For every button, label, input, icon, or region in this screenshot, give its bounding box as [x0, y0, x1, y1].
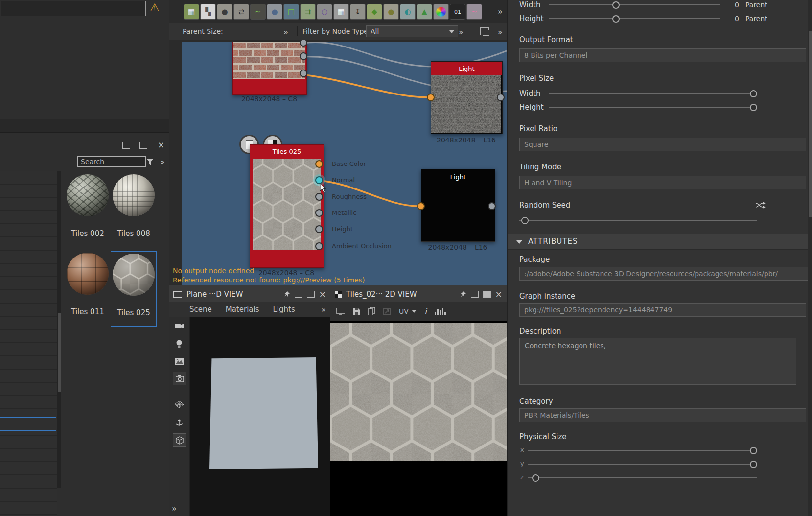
spline-node-icon[interactable]: ~: [466, 4, 482, 20]
tabs-more-icon[interactable]: »: [321, 305, 325, 314]
directional-warp-node-icon[interactable]: ⇉: [300, 4, 316, 20]
random-seed-slider[interactable]: [519, 216, 757, 224]
slider-track[interactable]: [528, 477, 757, 478]
output-dot[interactable]: [300, 70, 307, 77]
roughness-output-dot[interactable]: [315, 193, 323, 201]
save-icon[interactable]: [353, 308, 360, 315]
light-node-1[interactable]: Light: [431, 61, 503, 134]
environment-image-icon[interactable]: [173, 355, 186, 368]
view3d-viewport[interactable]: [189, 317, 330, 516]
physical-x-slider[interactable]: [528, 446, 757, 454]
close-window-icon[interactable]: ×: [495, 291, 502, 298]
fill-node-icon[interactable]: ◆: [367, 4, 382, 20]
close-panel-icon[interactable]: ×: [158, 141, 164, 148]
scrollbar-thumb[interactable]: [809, 31, 812, 217]
toolbar-more-icon[interactable]: »: [498, 7, 502, 16]
float-panel-icon[interactable]: [122, 142, 130, 149]
tab-materials[interactable]: Materials: [226, 305, 259, 314]
expression-input[interactable]: [1, 1, 146, 16]
close-window-icon[interactable]: ×: [319, 291, 326, 298]
output-dot[interactable]: [488, 202, 496, 210]
maximize-panel-icon[interactable]: [139, 142, 147, 149]
tiles-025-node[interactable]: Tiles 025: [250, 144, 324, 268]
display-settings-icon[interactable]: [336, 308, 345, 315]
view3d-toolbar-more-icon[interactable]: »: [172, 504, 176, 513]
input-dot[interactable]: [417, 202, 425, 210]
uniform-color-node-icon[interactable]: ●: [383, 4, 399, 20]
brick-material-node[interactable]: [232, 42, 307, 95]
material-sphere[interactable]: [113, 254, 155, 296]
slider-handle[interactable]: [532, 474, 539, 482]
pixel-ratio-field[interactable]: Square: [519, 138, 806, 151]
output-dot[interactable]: [300, 52, 307, 60]
blend-node-icon[interactable]: ●: [217, 4, 232, 20]
category-field[interactable]: PBR Materials/Tiles: [519, 408, 806, 422]
material-sphere[interactable]: [67, 253, 109, 295]
base-color-output-dot[interactable]: [315, 160, 323, 168]
pin-icon[interactable]: [283, 291, 290, 298]
slider-track[interactable]: [519, 220, 757, 221]
shape-node-icon[interactable]: ○: [317, 4, 332, 20]
texture-2d-image[interactable]: [330, 323, 507, 461]
height-slider[interactable]: [549, 15, 720, 23]
float-window-icon[interactable]: [295, 291, 302, 298]
sphere-node-icon[interactable]: ◐: [400, 4, 416, 20]
slider-handle[interactable]: [750, 90, 757, 97]
uv-space-dropdown[interactable]: UV: [399, 307, 417, 315]
slider-handle[interactable]: [750, 104, 757, 111]
graph-toolbar-more-icon[interactable]: »: [498, 27, 502, 37]
attributes-section-header[interactable]: ATTRIBUTES: [508, 234, 808, 250]
material-sphere[interactable]: [113, 174, 155, 216]
view2d-header[interactable]: Tiles_02··· 2D VIEW ×: [330, 286, 507, 302]
slider-handle[interactable]: [750, 447, 757, 454]
graph-view[interactable]: 2048x2048 – C8 Light 2048x2048 – L16 Til…: [169, 40, 507, 285]
histogram-icon[interactable]: [435, 308, 446, 315]
arrange-nodes-icon[interactable]: [480, 27, 489, 35]
slider-track[interactable]: [549, 18, 720, 19]
slider-track[interactable]: [549, 4, 720, 5]
bitmap-node-icon[interactable]: ▦: [184, 4, 199, 20]
pixel-height-slider[interactable]: [549, 103, 757, 111]
slider-track[interactable]: [549, 93, 757, 94]
explorer-scrollbar[interactable]: [57, 171, 61, 488]
pin-icon[interactable]: [460, 291, 466, 298]
slider-track[interactable]: [528, 464, 757, 465]
height-output-dot[interactable]: [315, 225, 323, 233]
filter-icon[interactable]: [146, 159, 154, 165]
tiling-mode-field[interactable]: H and V Tiling: [519, 176, 806, 189]
filter-more-icon[interactable]: »: [459, 27, 463, 37]
pixel-width-slider[interactable]: [549, 90, 757, 97]
float-window-icon[interactable]: [471, 291, 479, 298]
material-thumb-tiles-008[interactable]: Tiles 008: [111, 172, 156, 247]
parent-size-more-icon[interactable]: »: [283, 27, 288, 37]
maximize-window-icon[interactable]: [307, 291, 315, 298]
plane-mesh[interactable]: [209, 357, 318, 469]
description-field[interactable]: Concrete hexagon tiles,: [519, 338, 796, 385]
rgba-merge-node-icon[interactable]: [433, 4, 449, 20]
input-dot[interactable]: [427, 94, 435, 101]
view3d-header[interactable]: Plane ···D VIEW ×: [169, 286, 330, 302]
maximize-window-icon[interactable]: [483, 291, 491, 298]
blur-node-icon[interactable]: ●: [267, 4, 282, 20]
render-camera-icon[interactable]: [173, 372, 186, 385]
explorer-selected-row[interactable]: [0, 417, 56, 431]
light-node-2[interactable]: Light: [421, 169, 495, 242]
tab-lights[interactable]: Lights: [273, 305, 295, 314]
physical-y-slider[interactable]: [528, 460, 757, 468]
slider-handle[interactable]: [521, 217, 529, 224]
tab-scene[interactable]: Scene: [189, 305, 212, 314]
move-gizmo-icon[interactable]: [173, 416, 186, 428]
shuffle-icon[interactable]: [755, 201, 766, 209]
material-thumb-tiles-025[interactable]: Tiles 025: [111, 251, 157, 327]
metallic-output-dot[interactable]: [315, 209, 323, 217]
properties-scrollbar[interactable]: [808, 0, 812, 516]
value-node-icon[interactable]: 01: [450, 4, 465, 20]
slider-handle[interactable]: [612, 1, 620, 9]
output-node-icon[interactable]: ↧: [350, 4, 366, 20]
cube-icon[interactable]: [173, 433, 186, 447]
graph-instance-field[interactable]: pkg:///tiles_025?dependency=1444847749: [519, 303, 806, 317]
info-icon[interactable]: i: [424, 306, 427, 316]
transform-node-icon[interactable]: □: [283, 4, 299, 20]
material-thumb-tiles-011[interactable]: Tiles 011: [65, 251, 110, 325]
scrollbar-thumb[interactable]: [58, 313, 61, 392]
